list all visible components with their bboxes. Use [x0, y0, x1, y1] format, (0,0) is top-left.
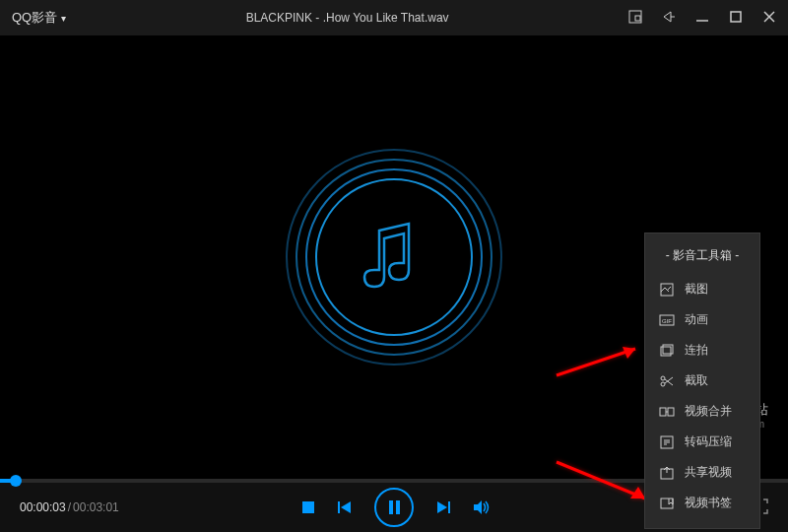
- titlebar: QQ影音 ▾ BLACKPINK - .How You Like That.wa…: [0, 0, 788, 35]
- svg-rect-31: [448, 501, 450, 513]
- svg-rect-3: [731, 12, 741, 22]
- transcode-icon: [659, 434, 675, 450]
- svg-point-11: [661, 376, 665, 380]
- svg-marker-30: [437, 501, 447, 513]
- svg-rect-25: [302, 501, 314, 513]
- svg-rect-1: [635, 16, 640, 21]
- tool-label: 动画: [685, 311, 708, 328]
- tool-label: 共享视频: [685, 464, 732, 481]
- close-button[interactable]: [762, 10, 776, 27]
- video-area[interactable]: - 影音工具箱 - 截图 GIF 动画 连拍 截取 视频合并 转码压缩 共享视频: [0, 35, 788, 479]
- tool-transcode[interactable]: 转码压缩: [645, 427, 759, 457]
- tool-burst[interactable]: 连拍: [645, 335, 759, 366]
- svg-rect-15: [660, 408, 666, 416]
- volume-button[interactable]: [473, 499, 491, 515]
- tool-bookmark[interactable]: 视频书签: [645, 488, 759, 518]
- svg-marker-27: [341, 501, 351, 513]
- tool-cut[interactable]: 截取: [645, 366, 759, 396]
- app-name: QQ影音: [12, 9, 57, 27]
- next-button[interactable]: [435, 500, 451, 514]
- svg-rect-29: [396, 500, 400, 514]
- current-time: 00:00:03: [20, 500, 66, 514]
- screenshot-icon: [659, 282, 675, 298]
- tool-share[interactable]: 共享视频: [645, 457, 759, 488]
- window-controls: [628, 10, 776, 27]
- svg-rect-20: [661, 499, 673, 508]
- tool-label: 转码压缩: [685, 433, 732, 450]
- svg-line-21: [557, 349, 635, 375]
- previous-button[interactable]: [337, 500, 353, 514]
- time-display: 00:00:03 / 00:03:01: [20, 500, 119, 514]
- stop-button[interactable]: [301, 500, 315, 514]
- total-time: 00:03:01: [73, 500, 119, 514]
- burst-icon: [659, 343, 675, 359]
- minimize-button[interactable]: [695, 10, 709, 27]
- svg-point-12: [661, 382, 665, 386]
- svg-line-23: [557, 462, 645, 499]
- toolbox-title: - 影音工具箱 -: [645, 243, 759, 274]
- audio-visualizer: [286, 149, 502, 366]
- mini-mode-icon[interactable]: [628, 10, 642, 27]
- pause-button[interactable]: [374, 488, 414, 527]
- progress-thumb[interactable]: [10, 475, 22, 487]
- tool-label: 视频合并: [685, 403, 732, 420]
- tool-merge[interactable]: 视频合并: [645, 396, 759, 427]
- tool-label: 截图: [685, 281, 708, 298]
- app-title-dropdown[interactable]: QQ影音 ▾: [12, 9, 66, 27]
- svg-text:GIF: GIF: [662, 318, 672, 324]
- share-icon: [659, 465, 675, 481]
- svg-marker-32: [474, 500, 482, 514]
- svg-rect-16: [668, 408, 674, 416]
- annotation-arrow: [552, 341, 650, 384]
- file-title: BLACKPINK - .How You Like That.wav: [66, 11, 628, 25]
- maximize-button[interactable]: [729, 10, 743, 27]
- bookmark-icon: [659, 496, 675, 511]
- tool-label: 视频书签: [685, 495, 732, 511]
- gif-icon: GIF: [659, 312, 675, 328]
- tool-gif[interactable]: GIF 动画: [645, 304, 759, 335]
- scissors-icon: [659, 373, 675, 389]
- tool-label: 连拍: [685, 342, 708, 359]
- music-note-icon: [360, 216, 428, 299]
- tool-screenshot[interactable]: 截图: [645, 274, 759, 304]
- media-toolbox-panel: - 影音工具箱 - 截图 GIF 动画 连拍 截取 视频合并 转码压缩 共享视频: [644, 233, 760, 529]
- pin-icon[interactable]: [662, 10, 676, 27]
- tool-label: 截取: [685, 372, 708, 389]
- merge-icon: [659, 404, 675, 420]
- svg-rect-26: [338, 501, 340, 513]
- time-separator: /: [68, 500, 71, 514]
- svg-rect-28: [389, 500, 393, 514]
